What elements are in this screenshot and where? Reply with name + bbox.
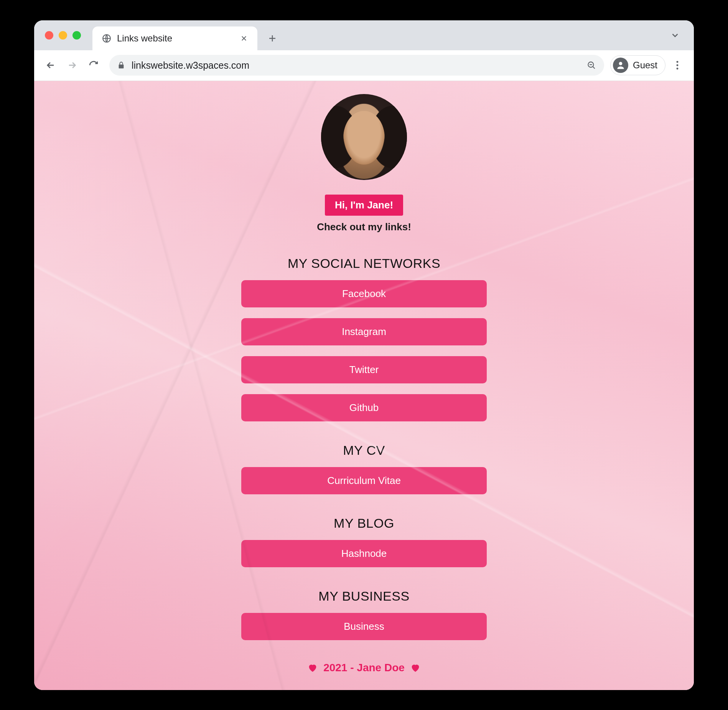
forward-button[interactable]	[63, 56, 82, 75]
section-title: MY BLOG	[334, 516, 394, 531]
window-minimize-button[interactable]	[59, 31, 67, 40]
svg-point-3	[677, 61, 679, 63]
lock-icon	[117, 61, 125, 69]
section-business: MY BUSINESS Business	[241, 589, 487, 640]
profile-button[interactable]: Guest	[610, 55, 665, 75]
tab-close-button[interactable]	[238, 33, 250, 44]
section-title: MY SOCIAL NETWORKS	[288, 256, 440, 271]
tabs-dropdown-button[interactable]	[670, 30, 680, 40]
window-close-button[interactable]	[45, 31, 53, 40]
close-icon	[240, 35, 247, 42]
avatar-icon	[613, 58, 628, 73]
svg-point-5	[677, 68, 679, 69]
browser-tab[interactable]: Links website	[92, 26, 257, 50]
arrow-left-icon	[45, 60, 56, 71]
tab-strip: Links website	[34, 20, 694, 50]
chevron-down-icon	[670, 30, 680, 40]
profile-photo	[321, 94, 407, 180]
heart-icon	[307, 662, 318, 673]
tab-title: Links website	[117, 33, 172, 44]
link-business[interactable]: Business	[241, 613, 487, 640]
window-maximize-button[interactable]	[72, 31, 81, 40]
browser-toolbar: linkswebsite.w3spaces.com Guest	[34, 50, 694, 81]
plus-icon	[268, 34, 277, 43]
profile-label: Guest	[633, 60, 657, 71]
section-title: MY CV	[343, 443, 385, 458]
link-facebook[interactable]: Facebook	[241, 280, 487, 307]
globe-icon	[102, 33, 112, 43]
link-cv[interactable]: Curriculum Vitae	[241, 467, 487, 494]
zoom-icon[interactable]	[586, 60, 596, 70]
link-hashnode[interactable]: Hashnode	[241, 540, 487, 567]
section-blog: MY BLOG Hashnode	[241, 516, 487, 567]
greeting-badge: Hi, I'm Jane!	[325, 195, 403, 216]
page-footer: 2021 - Jane Doe	[307, 662, 421, 682]
menu-button[interactable]	[668, 56, 687, 75]
reload-icon	[89, 60, 99, 70]
link-github[interactable]: Github	[241, 394, 487, 421]
person-icon	[616, 60, 626, 70]
new-tab-button[interactable]	[263, 29, 282, 48]
section-cv: MY CV Curriculum Vitae	[241, 443, 487, 494]
link-twitter[interactable]: Twitter	[241, 356, 487, 383]
back-button[interactable]	[41, 56, 60, 75]
kebab-icon	[676, 60, 679, 70]
browser-window: Links website linkswebsite.w3spaces.com	[34, 20, 694, 690]
section-title: MY BUSINESS	[318, 589, 409, 604]
page-content: Hi, I'm Jane! Check out my links! MY SOC…	[34, 81, 694, 690]
link-instagram[interactable]: Instagram	[241, 318, 487, 345]
url-text: linkswebsite.w3spaces.com	[132, 60, 249, 71]
reload-button[interactable]	[84, 56, 103, 75]
svg-point-2	[619, 62, 623, 65]
subtitle-text: Check out my links!	[317, 221, 411, 233]
svg-point-4	[677, 64, 679, 66]
address-bar[interactable]: linkswebsite.w3spaces.com	[109, 55, 604, 76]
window-controls	[40, 20, 92, 50]
arrow-right-icon	[67, 60, 77, 71]
heart-icon	[410, 662, 421, 673]
section-social: MY SOCIAL NETWORKS Facebook Instagram Tw…	[241, 256, 487, 421]
footer-text: 2021 - Jane Doe	[323, 662, 405, 674]
